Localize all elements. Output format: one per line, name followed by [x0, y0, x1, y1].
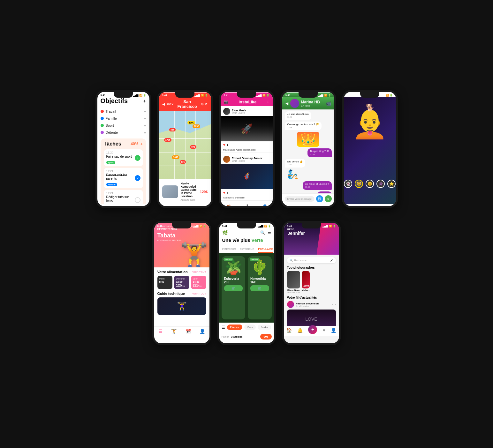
plant-img-1: 🪴 — [224, 259, 242, 276]
signal-icon: ▂▄▆ — [133, 94, 139, 97]
task-time-3: 11:21 — [106, 191, 135, 195]
task-time-1: 11:20 — [106, 151, 132, 154]
cart-btn-1[interactable]: 🛒 — [224, 285, 243, 291]
phone-messages: 9:41 ▂▄▆ 🛜 🔋 ◀ Marina HB En ligne 📹 Je s… — [280, 90, 336, 208]
filter-pots[interactable]: Pots — [244, 325, 256, 330]
king-sticker: 👑 — [297, 132, 319, 147]
plus-icon: ➕ — [245, 204, 250, 208]
basket-price-btn[interactable]: 90€ — [260, 334, 271, 340]
objectifs-title-row: Objectifs + — [101, 97, 146, 105]
insta-header: 📷 InstaLike + — [221, 97, 273, 106]
heart-icon-1[interactable]: ♥ — [223, 143, 225, 147]
photographer-diana: Diana Glow New York, USA — [287, 271, 300, 293]
wifi-2: 🛜 — [201, 94, 204, 97]
filter-smile[interactable]: 😊 — [366, 180, 374, 188]
add-objectif-btn[interactable]: + — [143, 98, 146, 104]
post-elon-actions: ♥ 1 — [221, 141, 273, 148]
phone5-body: 🧑‍🦲 🐕 👅 👻 🐱 😊 👾 ⭐ — [344, 97, 396, 204]
home-icon: 🏠 — [226, 204, 232, 208]
video-call-icon[interactable]: 📹 — [326, 101, 331, 106]
nutrition-title: Votre alimentation — [157, 270, 188, 274]
photographer-loc-1: New York, USA — [287, 291, 300, 293]
nav-profil[interactable]: 👤 Profil — [262, 204, 268, 208]
map-title: San Francisco — [173, 99, 201, 109]
tab-interieur[interactable]: INTÉRIEUR — [222, 246, 236, 253]
msg-send-btn[interactable]: ➤ — [325, 195, 332, 202]
battery-8: 🔋 — [333, 225, 336, 228]
check-3[interactable] — [135, 197, 140, 203]
hamburger-icon-4: ≡ — [144, 131, 146, 134]
cart-btn-2[interactable]: 🛒 — [250, 285, 269, 291]
msg-time-1: 11:48 — [287, 116, 309, 119]
filter-star[interactable]: ⭐ — [387, 180, 396, 188]
hamburger-icon-2: ≡ — [144, 117, 146, 120]
photo-nav-home[interactable]: 🏠 — [286, 328, 292, 334]
post-rdj-date: 10/15 - 08:00 — [232, 160, 262, 162]
voir-tout-2-btn[interactable]: VOIR TOUT — [192, 292, 206, 295]
tongue-icon: 👅 — [366, 129, 373, 136]
msg-img-btn[interactable]: 🖼 — [316, 195, 323, 202]
time-6: 9:41 — [157, 225, 163, 228]
map-back-btn[interactable]: ◀ Back — [162, 102, 174, 106]
map-refresh-icon[interactable]: ⊕ ↺ — [201, 102, 208, 106]
plant-price-2: 16€ — [250, 280, 256, 284]
genie-sticker: 🧞 — [285, 169, 301, 180]
post-rdj-caption: Avengers premiere — [221, 196, 273, 200]
phone-fitness: 9:41 ▂▄▆ 🛜 🔋 Entraînement de la journée … — [152, 221, 211, 345]
filter-ghost[interactable]: 👻 — [344, 180, 352, 188]
nav-nouveau[interactable]: ➕ Nouveau — [243, 204, 252, 208]
voir-tout-btn[interactable]: VOIR TOUT — [192, 271, 206, 273]
nav-accueil[interactable]: 🏠 Accueil — [225, 204, 233, 208]
fit-nav-dumbbell[interactable]: 🏋 — [171, 329, 177, 334]
hamburger-icon-3: ≡ — [144, 124, 146, 127]
profile-icon: 👤 — [262, 204, 268, 208]
photo-nav-heart[interactable]: ♥ — [322, 328, 325, 334]
plant-name-1: Echeveria — [224, 277, 239, 280]
tab-populaire[interactable]: POPULAIRE — [258, 246, 273, 253]
msg-status: En ligne — [301, 104, 320, 107]
mic-icon[interactable]: 🎤 — [330, 259, 333, 262]
filter-plantes[interactable]: Plantes — [227, 325, 242, 330]
cat-sport-label: Sport — [106, 123, 114, 127]
tab-exterieur[interactable]: EXTÉRIEUR — [240, 246, 254, 253]
time-5: 9:41 — [347, 94, 352, 97]
heart-icon-2[interactable]: ♥ — [223, 190, 225, 195]
msg-input-bar: Entrer votre message 🖼 ➤ — [282, 193, 334, 204]
filter-jardin[interactable]: Jardin — [258, 325, 271, 330]
time-2: 9:41 — [162, 94, 167, 97]
card-dejeuner: Déjeuner 12:00 125mg — [174, 276, 189, 289]
plant-img-2: 🌵 — [251, 259, 269, 276]
photo-nav-bell[interactable]: 🔔 — [297, 328, 303, 334]
msg-input[interactable]: Entrer votre message — [285, 196, 315, 202]
map-road-5 — [159, 152, 211, 153]
filter-dog[interactable]: 🐱 — [355, 180, 363, 188]
search-text: Recherche — [294, 259, 307, 262]
photo-nav-add-btn[interactable]: + — [308, 325, 317, 334]
taches-header: Tâches 40% + — [104, 141, 143, 147]
filter-icon[interactable]: ☰ — [222, 325, 225, 330]
task-sport: 11:20 Faire sac de sport Sport ✓ — [104, 149, 143, 166]
check-1[interactable]: ✓ — [135, 155, 140, 161]
photo-search[interactable]: 🔍 Recherche 🎤 — [287, 257, 336, 263]
wifi-5: 🛜 — [386, 94, 389, 97]
photo-nav-profile[interactable]: 👤 — [331, 328, 336, 334]
notch-5 — [360, 92, 379, 98]
wifi-icon: 📶 — [139, 94, 142, 97]
add-post-icon[interactable]: + — [267, 99, 269, 104]
map-listing-card[interactable]: Newly Remodeled Guest Suite in Prime Loc… — [159, 179, 211, 204]
back-arrow-icon[interactable]: ◀ — [285, 101, 288, 106]
search-icon[interactable]: 🔍 — [260, 230, 265, 235]
nutrition-header: Votre alimentation VOIR TOUT — [157, 270, 206, 274]
fit-nav-home[interactable]: ☰ — [158, 329, 163, 334]
signal-3: ▂▄▆ — [256, 94, 262, 97]
menu-icon[interactable]: ☰ — [268, 230, 271, 235]
more-icon[interactable]: ⋯ — [332, 302, 336, 307]
msg-text-2: On mange quoi ce soir ? 🌮 — [287, 123, 319, 126]
add-tache-btn[interactable]: + — [140, 141, 143, 146]
filter-alien[interactable]: 👾 — [376, 180, 385, 188]
fit-nav-profile[interactable]: 👤 — [200, 329, 205, 334]
fit-nav-calendar[interactable]: 📅 — [186, 329, 191, 334]
thumb-bg-2: LOVE — [302, 271, 310, 288]
check-2[interactable]: ✓ — [135, 175, 140, 181]
feed-title: Votre fil d'actualités — [287, 296, 336, 299]
